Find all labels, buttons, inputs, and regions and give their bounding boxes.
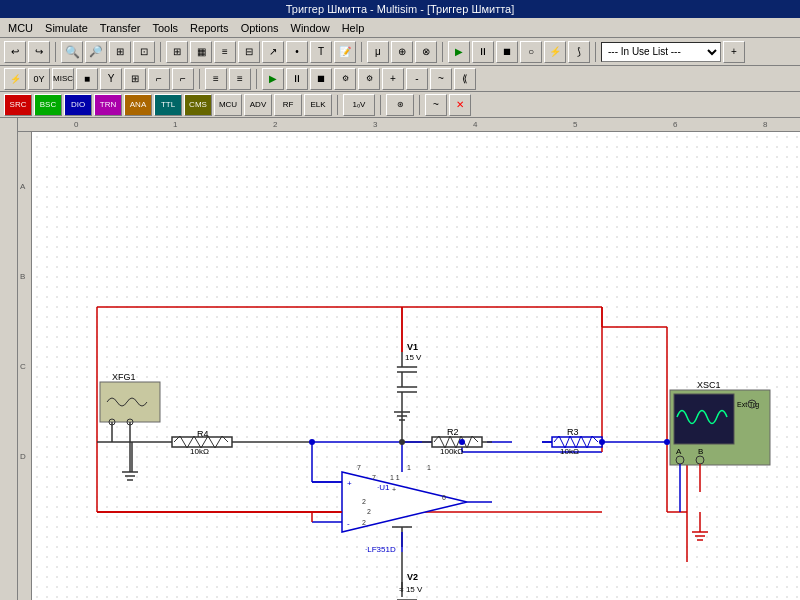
pause-button[interactable]: ⏸ (472, 41, 494, 63)
tb2-btn4[interactable]: ■ (76, 68, 98, 90)
main-area: 0 1 2 3 4 5 6 8 A B C D (0, 118, 800, 600)
svg-text:B: B (698, 447, 703, 456)
svg-text:7: 7 (357, 464, 361, 471)
svg-text:100kΩ: 100kΩ (440, 447, 463, 456)
tb2-btn6[interactable]: ⊞ (124, 68, 146, 90)
ruler-tick-7: 8 (763, 120, 767, 129)
comp-sources[interactable]: SRC (4, 94, 32, 116)
ruler-horizontal: 0 1 2 3 4 5 6 8 (18, 118, 800, 132)
menu-help[interactable]: Help (336, 20, 371, 36)
svg-point-114 (664, 439, 670, 445)
probe-button[interactable]: ⟆ (568, 41, 590, 63)
comp-misc4[interactable]: ELK (304, 94, 332, 116)
tb2-misc4[interactable]: - (406, 68, 428, 90)
tb2-misc5[interactable]: ~ (430, 68, 452, 90)
tb2-misc1[interactable]: ⚙ (334, 68, 356, 90)
svg-text:1: 1 (427, 464, 431, 471)
tb2-btn2[interactable]: 0Y (28, 68, 50, 90)
menu-bar: MCU Simulate Transfer Tools Reports Opti… (0, 18, 800, 38)
menu-simulate[interactable]: Simulate (39, 20, 94, 36)
tb2-misc6[interactable]: ⟪ (454, 68, 476, 90)
netlist-button[interactable]: ≡ (214, 41, 236, 63)
title-text: Триггер Шмитта - Multisim - [Триггер Шми… (286, 3, 515, 15)
zoom-out-button[interactable]: 🔎 (85, 41, 107, 63)
tb2-btn8[interactable]: ⌐ (172, 68, 194, 90)
comp-cmos[interactable]: CMS (184, 94, 212, 116)
svg-point-112 (459, 439, 465, 445)
component-button[interactable]: ⊞ (166, 41, 188, 63)
menu-tools[interactable]: Tools (146, 20, 184, 36)
svg-text:R2: R2 (447, 427, 459, 437)
svg-text:1  1: 1 1 (390, 474, 400, 481)
stop-button[interactable]: ⏹ (496, 41, 518, 63)
tb2-btn9[interactable]: ≡ (205, 68, 227, 90)
menu-mcu[interactable]: MCU (2, 20, 39, 36)
comp-basic[interactable]: BSC (34, 94, 62, 116)
comp-diodes[interactable]: DIO (64, 94, 92, 116)
mcu-button[interactable]: μ (367, 41, 389, 63)
tb2-btn10[interactable]: ≡ (229, 68, 251, 90)
circuit-svg: XFG1 V1 15 V (32, 132, 800, 600)
svg-text:R3: R3 (567, 427, 579, 437)
sep-1 (55, 42, 56, 62)
tb2-play[interactable]: ▶ (262, 68, 284, 90)
sep-tb2-2 (256, 69, 257, 89)
tb2-misc3[interactable]: + (382, 68, 404, 90)
menu-options[interactable]: Options (235, 20, 285, 36)
schematic-area[interactable]: 0 1 2 3 4 5 6 8 A B C D (18, 118, 800, 600)
svg-text:A: A (676, 447, 682, 456)
sep-3 (361, 42, 362, 62)
sep-tb3-3 (419, 95, 420, 115)
menu-transfer[interactable]: Transfer (94, 20, 147, 36)
bus-button[interactable]: ⊟ (238, 41, 260, 63)
comp-misc3[interactable]: RF (274, 94, 302, 116)
svg-text:2: 2 (362, 498, 366, 505)
svg-text:+: + (347, 479, 352, 488)
freq-button[interactable]: ○ (520, 41, 542, 63)
comp-ttl[interactable]: TTL (154, 94, 182, 116)
menu-window[interactable]: Window (285, 20, 336, 36)
tb2-btn3[interactable]: MISC (52, 68, 74, 90)
sep-5 (595, 42, 596, 62)
comp-transistors[interactable]: TRN (94, 94, 122, 116)
tb2-misc2[interactable]: ⚙ (358, 68, 380, 90)
svg-rect-97 (674, 394, 734, 444)
misc-a-button[interactable]: ~ (425, 94, 447, 116)
database-button[interactable]: ▦ (190, 41, 212, 63)
lamp-button[interactable]: ⊛ (386, 94, 414, 116)
tb2-pause[interactable]: ⏸ (286, 68, 308, 90)
run-button[interactable]: ▶ (448, 41, 470, 63)
tb2-btn1[interactable]: ⚡ (4, 68, 26, 90)
zoom-fit-button[interactable]: ⊡ (133, 41, 155, 63)
misc3-button[interactable]: ⊗ (415, 41, 437, 63)
wire-button[interactable]: ↗ (262, 41, 284, 63)
misc-b-button[interactable]: ✕ (449, 94, 471, 116)
tb2-btn5[interactable]: Y (100, 68, 122, 90)
ruler-tick-0: 0 (74, 120, 78, 129)
note-button[interactable]: 📝 (334, 41, 356, 63)
zoom-in-button[interactable]: 🔍 (61, 41, 83, 63)
inuse-list-select[interactable]: --- In Use List --- (601, 42, 721, 62)
comp-misc2[interactable]: ADV (244, 94, 272, 116)
svg-text:15 V: 15 V (405, 353, 422, 362)
ruler-tick-4: 4 (473, 120, 477, 129)
menu-reports[interactable]: Reports (184, 20, 235, 36)
ruler-vtick-d: D (20, 452, 26, 461)
comp-misc1[interactable]: MCU (214, 94, 242, 116)
analysis-button[interactable]: ⚡ (544, 41, 566, 63)
text-button[interactable]: T (310, 41, 332, 63)
redo-button[interactable]: ↪ (28, 41, 50, 63)
misc2-button[interactable]: ⊕ (391, 41, 413, 63)
tb2-stop[interactable]: ⏹ (310, 68, 332, 90)
circuit-canvas[interactable]: XFG1 V1 15 V (32, 132, 800, 600)
svg-text:1: 1 (407, 464, 411, 471)
svg-text:+: + (392, 486, 396, 493)
junction-button[interactable]: • (286, 41, 308, 63)
inuse-add-button[interactable]: + (723, 41, 745, 63)
ruler-tick-3: 3 (373, 120, 377, 129)
undo-button[interactable]: ↩ (4, 41, 26, 63)
tb2-btn7[interactable]: ⌐ (148, 68, 170, 90)
zoom-area-button[interactable]: ⊞ (109, 41, 131, 63)
vdc-button[interactable]: 1₀V (343, 94, 375, 116)
comp-analog[interactable]: ANA (124, 94, 152, 116)
